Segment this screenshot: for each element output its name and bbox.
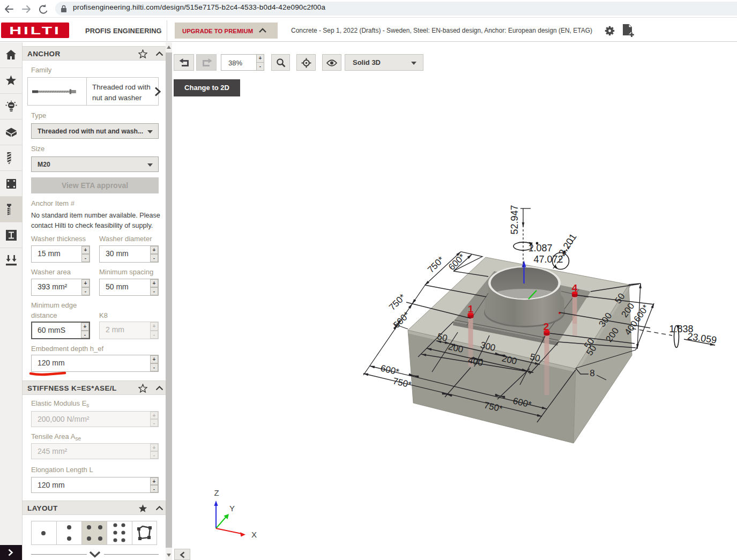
svg-text:23.059: 23.059 [687,331,717,345]
svg-text:600*: 600* [379,363,400,377]
svg-text:Z: Z [214,488,219,497]
svg-text:1: 1 [468,303,474,315]
svg-text:HILTI: HILTI [9,24,61,36]
svg-text:1.087: 1.087 [528,243,552,253]
svg-text:47.072: 47.072 [533,254,563,265]
svg-text:750*: 750* [387,292,407,312]
svg-text:750*: 750* [392,376,413,390]
svg-text:750*: 750* [426,255,446,275]
svg-text:Y: Y [229,504,235,513]
svg-text:2: 2 [544,321,549,332]
svg-text:8: 8 [590,368,594,378]
svg-text:X: X [251,530,257,539]
svg-text:52.947: 52.947 [509,205,520,234]
svg-text:4: 4 [572,282,578,294]
svg-text:2.201: 2.201 [556,232,578,258]
